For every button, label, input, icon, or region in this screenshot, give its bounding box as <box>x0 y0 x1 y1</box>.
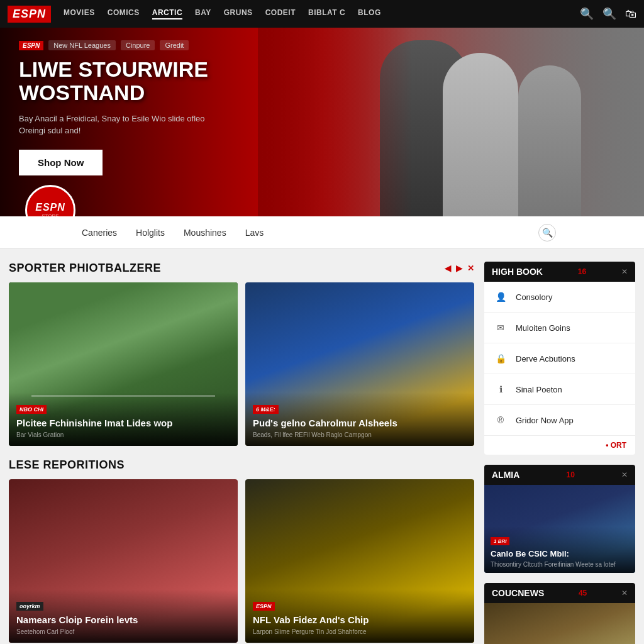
highbook-close[interactable]: ✕ <box>621 267 628 276</box>
latest-card-2-badge: ESPN <box>253 602 275 611</box>
hero-background-image <box>258 28 644 216</box>
player-silhouette-3 <box>518 65 581 216</box>
highbook-more[interactable]: • ORT <box>484 436 635 455</box>
card-1-title: Plcitee Fchinishine Imat Lides wop <box>16 418 230 429</box>
espn-logo: ESPN <box>8 6 51 23</box>
hero-badges: ESPN New NFL Leagues Cinpure Gredit <box>19 40 220 50</box>
latest-section: LESE REPORITIONS ooyrkm Namears Cloip Fo… <box>9 458 474 644</box>
highbook-section: HIGH BOOK 16 ✕ 👤 Consolory ✉ Muloiten Go… <box>484 262 635 455</box>
content-column: SPORTER PHIOTBALZERE ◀ ▶ ✕ NBO CHI Plcit… <box>9 262 474 644</box>
almia-badge: 1 BRI <box>491 537 509 545</box>
featured-controls: ◀ ▶ ✕ <box>445 264 474 273</box>
almia-news-card[interactable]: 1 BRI Canlo Be CSIC Mbil: Thiosontiry Cl… <box>484 485 635 573</box>
latest-card-1-title: Namears Cloip Forein levts <box>16 614 230 626</box>
highbook-item-3[interactable]: 🔒 Derve Acbutions <box>484 343 635 374</box>
almia-close[interactable]: ✕ <box>621 470 628 479</box>
latest-card-2-overlay: ESPN NFL Vab Fidez And's Chip Larpon Sli… <box>245 589 474 643</box>
card-2-title: Pud's gelno Cahrolmur Alsheels <box>253 418 467 429</box>
highbook-label-3: Derve Acbutions <box>516 354 575 364</box>
shop-now-button[interactable]: Shop Now <box>19 150 103 175</box>
almia-news-title: Canlo Be CSIC Mbil: <box>491 549 629 559</box>
bag-icon[interactable]: 🛍 <box>625 8 636 21</box>
coucnews-card[interactable]: ESPN <box>484 603 635 644</box>
highbook-item-4[interactable]: ℹ Sinal Poeton <box>484 374 635 405</box>
card-1-badge: NBO CHI <box>16 405 47 414</box>
highbook-header: HIGH BOOK 16 ✕ <box>484 262 635 282</box>
highbook-label-5: Gridor Now App <box>516 416 574 425</box>
person-icon: 👤 <box>493 289 508 304</box>
subnav-lavs[interactable]: Lavs <box>245 225 264 240</box>
latest-card-2[interactable]: ESPN NFL Vab Fidez And's Chip Larpon Sli… <box>245 479 474 643</box>
nav-item-comics[interactable]: COMICS <box>108 8 140 19</box>
lock-icon: 🔒 <box>493 351 508 366</box>
close-icon[interactable]: ✕ <box>467 264 474 273</box>
hero-content: ESPN New NFL Leagues Cinpure Gredit LIWE… <box>19 40 220 175</box>
nav-item-movies[interactable]: MOVIES <box>64 8 95 19</box>
nav-item-codeit[interactable]: CODEIT <box>265 8 296 19</box>
almia-section: ALMIA 10 ✕ 1 BRI Canlo Be CSIC Mbil: Thi… <box>484 465 635 573</box>
featured-section-header: SPORTER PHIOTBALZERE ◀ ▶ ✕ <box>9 262 474 275</box>
sub-nav: Caneries Holglits Moushines Lavs 🔍 <box>0 216 644 249</box>
info-icon: ℹ <box>493 382 508 397</box>
card-2-badge: 6 M&E: <box>253 405 279 414</box>
almia-header: ALMIA 10 ✕ <box>484 465 635 485</box>
highbook-title: HIGH BOOK <box>492 267 543 277</box>
nav-item-bay[interactable]: BAY <box>195 8 211 19</box>
hero-badge-1: New NFL Leagues <box>48 40 116 50</box>
player-silhouette-1 <box>443 53 518 216</box>
hero-espn-badge: ESPN <box>19 41 43 50</box>
almia-count: 10 <box>566 470 574 479</box>
subnav-search[interactable]: 🔍 <box>538 224 556 242</box>
latest-card-1-badge: ooyrkm <box>16 602 43 611</box>
nav-item-gruns[interactable]: GRUNS <box>224 8 253 19</box>
sidebar: HIGH BOOK 16 ✕ 👤 Consolory ✉ Muloiten Go… <box>484 262 635 644</box>
highbook-item-1[interactable]: 👤 Consolory <box>484 282 635 313</box>
latest-card-2-title: NFL Vab Fidez And's Chip <box>253 614 467 626</box>
latest-card-1[interactable]: ooyrkm Namears Cloip Forein levts Seeteh… <box>9 479 238 643</box>
coucnews-card-image <box>484 603 635 644</box>
search-icon[interactable]: 🔍 <box>580 7 594 21</box>
card-1-overlay: NBO CHI Plcitee Fchinishine Imat Lides w… <box>9 392 238 446</box>
almia-news-meta: Thiosontiry Cltcuth Foreifinian Weete sa… <box>491 561 629 568</box>
espn-circle-sub: STORE <box>42 213 58 217</box>
coucnews-header: COUCNEWS 45 ✕ <box>484 583 635 603</box>
mail-icon: ✉ <box>493 320 508 335</box>
subnav-holglits[interactable]: Holglits <box>136 225 165 240</box>
highbook-label-2: Muloiten Goins <box>516 323 570 333</box>
featured-card-2[interactable]: 6 M&E: Pud's gelno Cahrolmur Alsheels Be… <box>245 282 474 446</box>
latest-card-2-meta: Larpon Slime Pergure Tin Jod Shahforce <box>253 628 467 635</box>
subnav-moushines[interactable]: Moushines <box>184 225 226 240</box>
highbook-count: 16 <box>578 267 586 276</box>
coucnews-section: COUCNEWS 45 ✕ ESPN <box>484 583 635 644</box>
coucnews-close[interactable]: ✕ <box>621 589 628 597</box>
featured-section: SPORTER PHIOTBALZERE ◀ ▶ ✕ NBO CHI Plcit… <box>9 262 474 446</box>
card-1-meta: Bar Vials Gration <box>16 431 230 438</box>
nav-item-blog[interactable]: BLOG <box>358 8 381 19</box>
nav-item-biblat[interactable]: BIBLAT C <box>308 8 345 19</box>
arrow-right-icon[interactable]: ▶ <box>456 264 462 273</box>
almia-news-overlay: 1 BRI Canlo Be CSIC Mbil: Thiosontiry Cl… <box>484 526 635 573</box>
main-layout: SPORTER PHIOTBALZERE ◀ ▶ ✕ NBO CHI Plcit… <box>0 249 644 644</box>
hero-badge-3: Gredit <box>160 40 189 50</box>
arrow-left-icon[interactable]: ◀ <box>445 264 451 273</box>
player-silhouette-2 <box>380 40 468 216</box>
featured-cards-grid: NBO CHI Plcitee Fchinishine Imat Lides w… <box>9 282 474 446</box>
subnav-caneries[interactable]: Caneries <box>82 225 117 240</box>
featured-card-1[interactable]: NBO CHI Plcitee Fchinishine Imat Lides w… <box>9 282 238 446</box>
hero-banner: ESPN New NFL Leagues Cinpure Gredit LIWE… <box>0 28 644 216</box>
coucnews-title: COUCNEWS <box>492 588 544 598</box>
card-2-overlay: 6 M&E: Pud's gelno Cahrolmur Alsheels Be… <box>245 392 474 446</box>
latest-section-header: LESE REPORITIONS <box>9 458 474 472</box>
nav-item-arctic[interactable]: ARCTIC <box>152 8 182 19</box>
highbook-item-5[interactable]: ® Gridor Now App <box>484 405 635 436</box>
espn-circle-logo: ESPN STORE <box>25 185 75 216</box>
latest-card-1-meta: Seetehom Carl Ploof <box>16 628 230 635</box>
highbook-item-2[interactable]: ✉ Muloiten Goins <box>484 313 635 343</box>
nav-links: MOVIES COMICS ARCTIC BAY GRUNS CODEIT BI… <box>64 8 580 19</box>
nav-icons: 🔍 🔍 🛍 <box>580 7 636 21</box>
search-icon-2[interactable]: 🔍 <box>602 7 616 21</box>
latest-card-1-overlay: ooyrkm Namears Cloip Forein levts Seeteh… <box>9 589 238 643</box>
hero-subtitle: Bay Anacil a Freidical, Snay to Esile Wi… <box>19 113 220 137</box>
hero-title: LIWE STOURWIRE WOSTNAND <box>19 58 220 105</box>
latest-title: LESE REPORITIONS <box>9 458 125 472</box>
